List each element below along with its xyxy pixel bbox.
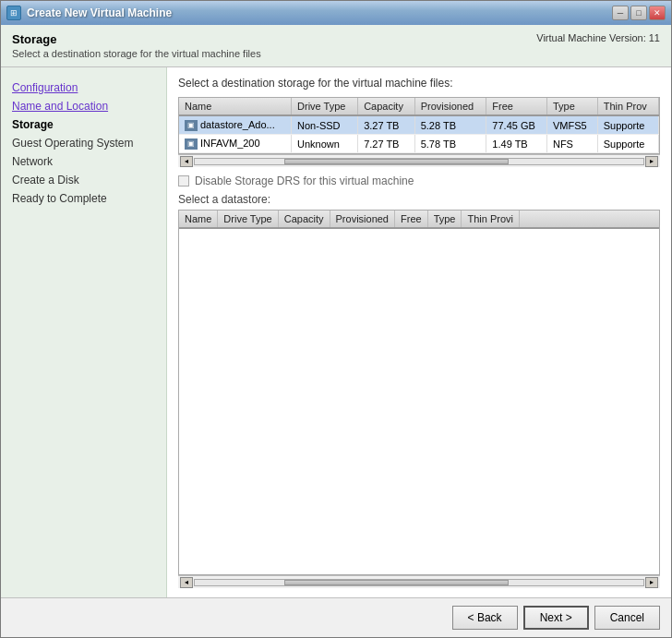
cell-type: VMFS5 [546,115,597,135]
cell-thin_prov: Supporte [597,135,658,153]
cancel-button[interactable]: Cancel [594,606,660,630]
sidebar-item-guest-os: Guest Operating System [8,134,159,152]
footer: < Back Next > Cancel [1,597,671,637]
back-button[interactable]: < Back [452,606,518,630]
title-bar: ⊞ Create New Virtual Machine ─ □ ✕ [1,1,671,25]
col-name: Name [179,98,292,115]
sidebar-item-configuration[interactable]: Configuration [8,78,159,97]
bottom-scroll-thumb[interactable] [284,580,509,585]
bottom-scrollbar[interactable]: ◂ ▸ [178,575,660,588]
window-icon: ⊞ [6,6,21,20]
table-header-row: Name Drive Type Capacity Provisioned Fre… [179,98,659,115]
bottom-table-header: Name Drive Type Capacity Provisioned Fre… [179,211,659,229]
vm-version-label: Virtual Machine Version: 11 [536,32,660,43]
bottom-col-capacity: Capacity [279,211,330,227]
cell-free: 77.45 GB [486,115,547,135]
bottom-panel: Name Drive Type Capacity Provisioned Fre… [178,210,660,575]
cell-free: 1.49 TB [486,135,547,153]
header-subtitle: Select a destination storage for the vir… [12,48,660,59]
title-bar-left: ⊞ Create New Virtual Machine [6,6,172,20]
bottom-table-wrapper: Name Drive Type Capacity Provisioned Fre… [178,210,660,588]
sidebar-item-ready: Ready to Complete [8,189,159,208]
cell-provisioned: 5.28 TB [414,115,486,135]
bottom-scroll-left-arrow[interactable]: ◂ [180,577,193,588]
datastore-icon: ▣ [185,138,198,150]
sidebar: Configuration Name and Location Storage … [1,67,167,597]
cell-drive_type: Unknown [292,135,358,153]
scroll-thumb[interactable] [284,159,509,164]
header-bar: Virtual Machine Version: 11 Storage Sele… [1,25,671,67]
cell-thin_prov: Supporte [597,115,658,135]
col-thin-prov: Thin Prov [597,98,658,115]
bottom-col-free: Free [395,211,428,227]
storage-table-container: Name Drive Type Capacity Provisioned Fre… [178,97,660,154]
bottom-col-thin-provi: Thin Provi [462,211,520,227]
storage-table: Name Drive Type Capacity Provisioned Fre… [179,98,659,153]
bottom-table-body [179,229,659,574]
sidebar-item-create-disk: Create a Disk [8,171,159,189]
disable-drs-checkbox [178,175,189,187]
bottom-col-type: Type [428,211,462,227]
datastore-icon: ▣ [185,120,198,131]
bottom-col-drive-type: Drive Type [218,211,278,227]
disable-drs-row: Disable Storage DRS for this virtual mac… [178,175,660,187]
scroll-track[interactable] [194,158,644,165]
top-scrollbar[interactable]: ◂ ▸ [178,154,660,167]
bottom-col-name: Name [179,211,218,227]
cell-capacity: 3.27 TB [358,115,415,135]
col-provisioned: Provisioned [414,98,486,115]
disable-drs-label: Disable Storage DRS for this virtual mac… [195,175,414,187]
col-free: Free [486,98,547,115]
next-button[interactable]: Next > [523,606,589,630]
scroll-left-arrow[interactable]: ◂ [180,156,193,167]
window-controls: ─ □ ✕ [612,6,666,20]
main-content: Select a destination storage for the vir… [167,67,671,597]
sidebar-item-storage: Storage [8,115,159,134]
col-capacity: Capacity [358,98,415,115]
cell-name: ▣datastore_Ado... [179,115,292,135]
table-row[interactable]: ▣datastore_Ado...Non-SSD3.27 TB5.28 TB77… [179,115,659,135]
sidebar-item-name-location[interactable]: Name and Location [8,97,159,115]
main-window: ⊞ Create New Virtual Machine ─ □ ✕ Virtu… [0,0,672,638]
content-area: Configuration Name and Location Storage … [1,67,671,597]
sidebar-item-network: Network [8,152,159,171]
close-button[interactable]: ✕ [649,6,666,20]
cell-name: ▣INFAVM_200 [179,135,292,153]
col-drive-type: Drive Type [292,98,358,115]
scroll-right-arrow[interactable]: ▸ [645,156,658,167]
bottom-col-provisioned: Provisioned [330,211,395,227]
cell-type: NFS [546,135,597,153]
window-title: Create New Virtual Machine [27,6,172,19]
col-type: Type [546,98,597,115]
cell-capacity: 7.27 TB [358,135,415,153]
datastore-label: Select a datastore: [178,193,660,206]
table-row[interactable]: ▣INFAVM_200Unknown7.27 TB5.78 TB1.49 TBN… [179,135,659,153]
table-instruction: Select a destination storage for the vir… [178,77,660,90]
minimize-button[interactable]: ─ [612,6,629,20]
cell-drive_type: Non-SSD [292,115,358,135]
maximize-button[interactable]: □ [630,6,647,20]
cell-provisioned: 5.78 TB [414,135,486,153]
bottom-scroll-track[interactable] [194,579,644,586]
bottom-scroll-right-arrow[interactable]: ▸ [645,577,658,588]
